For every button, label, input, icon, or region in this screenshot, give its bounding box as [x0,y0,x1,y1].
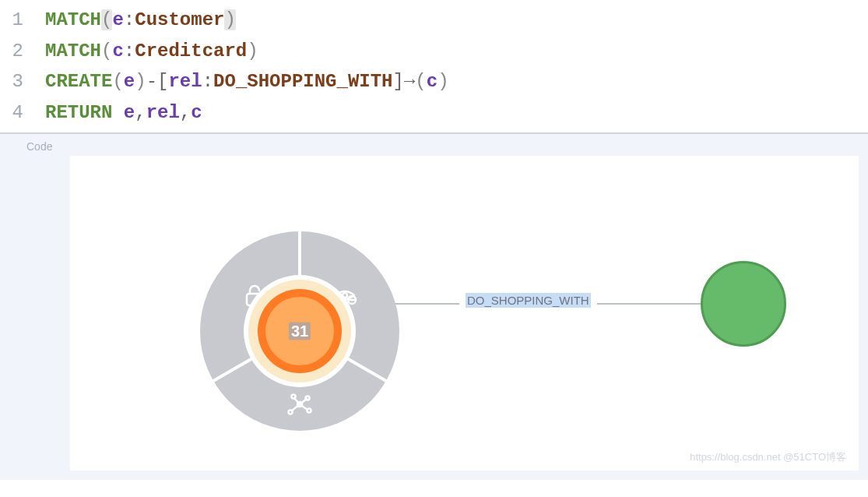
line-number: 3 [0,66,45,97]
code-content[interactable]: MATCH(e:Customer) [45,5,868,36]
green-node[interactable] [701,261,786,347]
code-line: 2 MATCH(c:Creditcard) [0,36,868,67]
code-line: 3 CREATE(e)-[rel:DO_SHOPPING_WITH]→(c) [0,66,868,97]
radial-context-menu: 31 [199,230,401,432]
result-panel: Code DO_SHOPPING_WITH [0,134,868,480]
edge-label[interactable]: DO_SHOPPING_WITH [459,294,597,307]
center-node[interactable]: 31 [289,323,311,340]
code-editor[interactable]: 1 MATCH(e:Customer) 2 MATCH(c:Creditcard… [0,0,868,132]
line-number: 2 [0,36,45,67]
sidebar-tab-code[interactable]: Code [26,140,52,153]
graph-canvas[interactable]: DO_SHOPPING_WITH [70,156,859,471]
watermark: https://blog.csdn.net @51CTO博客 [690,450,846,464]
line-number: 1 [0,5,45,36]
line-number: 4 [0,97,45,129]
code-content[interactable]: RETURN e,rel,c [45,97,868,129]
code-content[interactable]: CREATE(e)-[rel:DO_SHOPPING_WITH]→(c) [45,66,868,97]
code-content[interactable]: MATCH(c:Creditcard) [45,36,868,67]
code-line: 4 RETURN e,rel,c [0,97,868,129]
code-line: 1 MATCH(e:Customer) [0,5,868,36]
